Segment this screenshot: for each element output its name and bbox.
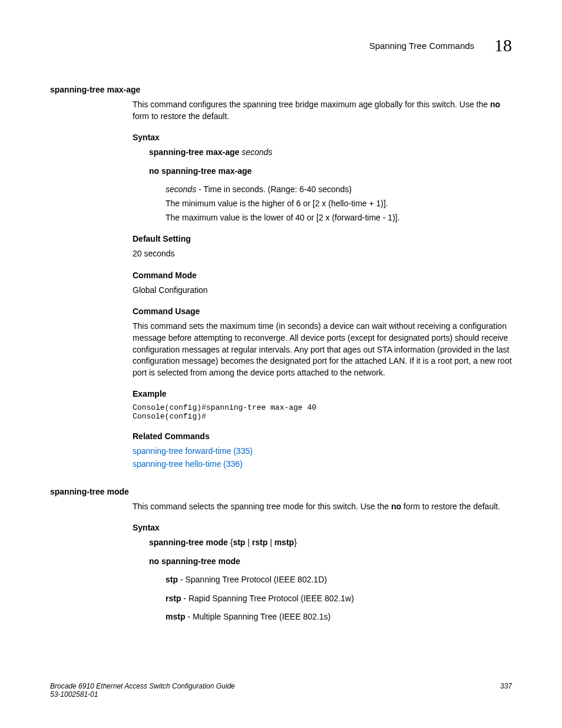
example-code: Console(config)#spanning-tree max-age 40… [133,403,512,421]
syntax-line: spanning-tree max-age seconds [149,147,512,159]
mode-text: Global Configuration [133,285,512,297]
param-line: The minimum value is the higher of 6 or … [166,198,512,210]
page-footer: 337 Brocade 6910 Ethernet Access Switch … [50,682,512,699]
syntax-line: spanning-tree mode {stp | rstp | mstp} [149,537,512,549]
usage-text: This command sets the maximum time (in s… [133,321,512,378]
page-number: 337 [500,682,512,690]
command-title-mode: spanning-tree mode [50,487,512,496]
command-title-max-age: spanning-tree max-age [50,85,512,94]
command-description: This command configures the spanning tre… [133,99,512,122]
footer-docnum: 53-1002581-01 [50,690,512,699]
chapter-number: 18 [494,35,512,55]
related-link[interactable]: spanning-tree hello-time (336) [133,459,243,469]
option-line: rstp - Rapid Spanning Tree Protocol (IEE… [166,593,512,605]
default-text: 20 seconds [133,248,512,260]
page-header: Spanning Tree Commands 18 [50,35,512,55]
syntax-heading: Syntax [133,133,512,142]
param-line: seconds - Time in seconds. (Range: 6-40 … [166,184,512,196]
example-heading: Example [133,389,512,398]
option-line: stp - Spanning Tree Protocol (IEEE 802.1… [166,574,512,586]
option-line: mstp - Multiple Spanning Tree (IEEE 802.… [166,611,512,623]
param-line: The maximum value is the lower of 40 or … [166,212,512,224]
related-heading: Related Commands [133,431,512,441]
footer-title: Brocade 6910 Ethernet Access Switch Conf… [50,682,512,690]
usage-heading: Command Usage [133,307,512,316]
related-link[interactable]: spanning-tree forward-time (335) [133,446,253,456]
header-section: Spanning Tree Commands [369,41,474,51]
default-heading: Default Setting [133,234,512,243]
mode-heading: Command Mode [133,271,512,280]
command-description: This command selects the spanning tree m… [133,501,512,513]
syntax-line: no spanning-tree max-age [149,166,512,177]
syntax-heading: Syntax [133,523,512,532]
syntax-line: no spanning-tree mode [149,556,512,568]
